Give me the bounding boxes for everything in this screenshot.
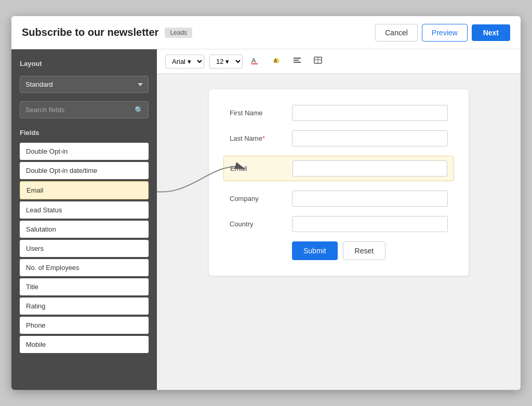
search-icon: 🔍 [135,106,143,114]
sidebar-field-double-opt-in[interactable]: Double Opt-in [20,143,149,160]
form-row-country: Country [230,216,448,232]
svg-text:A: A [274,58,277,64]
table-button[interactable] [310,53,326,69]
toolbar: Arial ▾ 12 ▾ A A [157,49,521,74]
preview-button[interactable]: Preview [422,24,468,42]
sidebar-field-title[interactable]: Title [20,278,149,295]
form-row-email: Email [223,156,454,181]
sidebar-field-lead-status[interactable]: Lead Status [20,201,149,219]
form-rows: First NameLast Name*EmailCompanyCountry [230,105,448,232]
form-label-first-name: First Name [230,109,292,117]
svg-rect-1 [251,63,258,64]
sidebar-field-salutation[interactable]: Salutation [20,221,149,238]
form-label-last-name: Last Name* [230,134,292,142]
sidebar-field-email[interactable]: Email [20,181,149,199]
body-area: Layout Standard 🔍 Fields Double Opt-inDo… [11,49,521,390]
form-canvas: First NameLast Name*EmailCompanyCountry … [157,74,521,390]
required-indicator: * [262,134,265,142]
reset-button[interactable]: Reset [343,241,386,260]
sidebar-field-mobile[interactable]: Mobile [20,336,149,353]
form-row-first-name: First Name [230,105,448,121]
form-input-email[interactable] [292,160,447,177]
form-row-last-name: Last Name* [230,130,448,146]
svg-rect-4 [294,58,301,59]
fields-list: Double Opt-inDouble Opt-in date/timeEmai… [20,143,149,355]
form-actions: Submit Reset [230,241,448,260]
form-input-last-name[interactable] [292,130,448,146]
sidebar-field-no-of-employees[interactable]: No. of Employees [20,259,149,276]
form-label-company: Company [230,195,292,202]
page-title: Subscribe to our newsletter [22,26,158,38]
sidebar-field-rating[interactable]: Rating [20,297,149,315]
svg-rect-5 [294,60,299,61]
fields-label: Fields [20,129,149,137]
submit-button[interactable]: Submit [292,241,338,260]
form-label-email: Email [230,165,292,172]
layout-label: Layout [20,60,149,67]
highlight-button[interactable]: A [269,53,284,69]
sidebar-field-phone[interactable]: Phone [20,317,149,334]
svg-rect-6 [294,62,301,63]
app-window: Subscribe to our newsletter Leads Cancel… [11,16,521,390]
cancel-button[interactable]: Cancel [375,24,418,42]
form-label-country: Country [230,220,292,228]
font-family-select[interactable]: Arial ▾ [165,55,204,69]
sidebar-field-double-opt-in-datetime[interactable]: Double Opt-in date/time [20,162,149,179]
search-wrap: 🔍 [20,101,149,118]
search-input[interactable] [20,101,149,118]
sidebar-field-users[interactable]: Users [20,240,149,257]
font-size-select[interactable]: 12 ▾ [209,55,243,69]
layout-select[interactable]: Standard [20,76,149,93]
form-input-company[interactable] [292,191,448,207]
sidebar: Layout Standard 🔍 Fields Double Opt-inDo… [11,49,157,390]
leads-badge: Leads [165,28,192,38]
form-input-first-name[interactable] [292,105,448,121]
main-content: Arial ▾ 12 ▾ A A [157,49,521,390]
next-button[interactable]: Next [472,24,510,41]
form-row-company: Company [230,191,448,207]
header: Subscribe to our newsletter Leads Cancel… [11,16,521,49]
form-card: First NameLast Name*EmailCompanyCountry … [209,89,469,276]
font-color-button[interactable]: A [248,53,263,69]
form-input-country[interactable] [292,216,448,232]
svg-text:A: A [251,57,256,64]
alignment-button[interactable] [289,53,305,69]
